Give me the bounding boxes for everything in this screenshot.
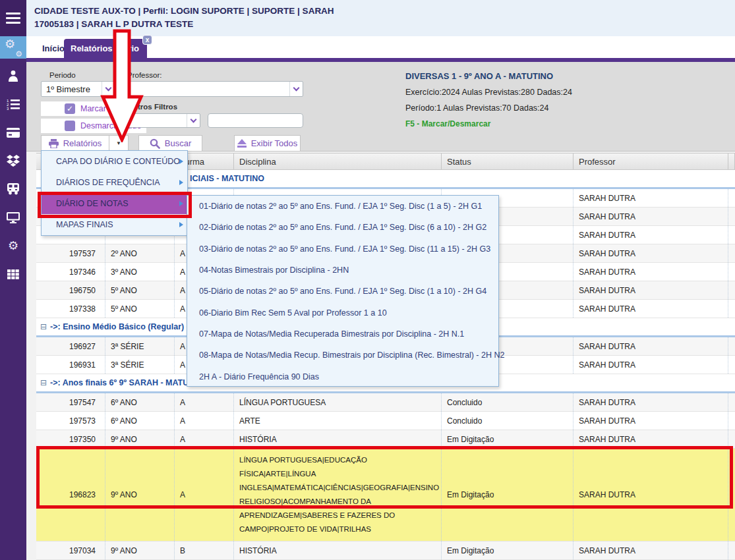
menu-item-mapas-finais[interactable]: MAPAS FINAIS bbox=[42, 214, 187, 235]
cell-disciplina: HISTÓRIA bbox=[234, 542, 442, 559]
submenu-item-4[interactable]: 04-Notas Bimestrais por Disciplina - 2HN bbox=[187, 260, 498, 281]
professor-select[interactable] bbox=[127, 81, 303, 97]
tab-relatorios[interactable]: Relatórios Diário x bbox=[64, 39, 147, 58]
menu-item-label: DIÁRIOS DE FREQUÊNCIA bbox=[56, 178, 160, 187]
cell-disciplina: ARTE bbox=[234, 412, 442, 430]
cell-extra bbox=[728, 244, 735, 262]
cell-code: 197034 bbox=[36, 542, 105, 559]
chevron-down-icon[interactable] bbox=[289, 82, 303, 96]
monitor-icon[interactable] bbox=[0, 206, 26, 229]
submenu-item-7[interactable]: 07-Mapa de Notas/Media Recuperada Bimest… bbox=[187, 323, 498, 345]
cell-professor: SARAH DUTRA bbox=[573, 281, 728, 299]
collapse-icon[interactable]: ⊟ bbox=[40, 322, 47, 331]
chevron-down-icon[interactable] bbox=[187, 114, 200, 127]
table-row[interactable]: 1975476º ANOALÍNGUA PORTUGUESAConcluidoS… bbox=[36, 393, 735, 412]
collapse-icon[interactable]: ⊟ bbox=[40, 378, 47, 387]
table-row[interactable]: 1975736º ANOAARTEConcluidoSARAH DUTRA bbox=[36, 412, 735, 430]
sidebar-icons: ⚙⚙123⚙ bbox=[0, 36, 26, 285]
person-icon[interactable] bbox=[0, 65, 26, 87]
cell-extra bbox=[728, 281, 735, 299]
outros-filtros-select[interactable] bbox=[127, 113, 200, 128]
cell-professor: SARAH DUTRA bbox=[573, 208, 728, 225]
checkbox-checked-icon[interactable]: ✓ bbox=[65, 103, 75, 114]
submenu-item-1[interactable]: 01-Diário de notas 2º ao 5º ano Ens. Fun… bbox=[187, 196, 498, 217]
header-disciplina[interactable]: Disciplina bbox=[234, 154, 442, 169]
box-icon[interactable] bbox=[0, 150, 26, 172]
numbered-list-icon[interactable]: 123 bbox=[0, 93, 26, 115]
cell-status: Em Digitação bbox=[442, 542, 573, 559]
group-label: ICIAIS - MATUTINO bbox=[190, 174, 264, 183]
cell-extra bbox=[728, 226, 735, 244]
menu-item-di-rio-de-notas[interactable]: DIÁRIO DE NOTAS bbox=[42, 193, 187, 214]
cell-professor: SARAH DUTRA bbox=[573, 356, 728, 374]
relatorios-button[interactable]: Relatórios bbox=[41, 135, 109, 152]
professor-label: Professor: bbox=[127, 71, 162, 79]
cell-ano: 3ª SÉRIE bbox=[105, 337, 175, 355]
cell-extra bbox=[728, 208, 735, 225]
caret-down-icon: ▼ bbox=[116, 140, 121, 146]
outros-filtros-input[interactable] bbox=[208, 113, 303, 128]
cell-ano: 2º ANO bbox=[105, 244, 175, 262]
submenu-item-3[interactable]: 03-Diário de notas 2º ao 5º ano Ens. Fun… bbox=[187, 238, 498, 260]
table-row[interactable]: 1970349º ANOBHISTÓRIAEm DigitaçãoSARAH D… bbox=[36, 542, 735, 560]
submenu-item-2[interactable]: 02-Diário de notas 2º ao 5º ano Ens. Fun… bbox=[187, 217, 498, 238]
periodo-select[interactable]: 1º Bimestre bbox=[41, 81, 115, 97]
menu-item-capa-do-di-rio-e-conte-do[interactable]: CAPA DO DIÁRIO E CONTEÚDO bbox=[42, 151, 187, 172]
table-row[interactable]: 1973509º ANOAHISTÓRIAEm DigitaçãoSARAH D… bbox=[36, 430, 735, 449]
submenu-arrow-icon bbox=[179, 180, 183, 185]
header-status[interactable]: Status bbox=[442, 154, 573, 169]
relatorios-dropdown-caret[interactable]: ▼ bbox=[109, 135, 129, 152]
group-label: ->: Ensino Médio Básico (Regular) - I bbox=[50, 322, 194, 331]
tab-close-icon[interactable]: x bbox=[142, 35, 152, 45]
table-row[interactable]: 1968239º ANOALÍNGUA PORTUGUESA|EDUCAÇÃO … bbox=[36, 449, 735, 542]
submenu-item-8[interactable]: 08-Mapa de Notas/Media Recup. Bimestrais… bbox=[187, 345, 498, 366]
submenu-item-6[interactable]: 06-Diario Bim Rec Sem 5 Aval por Profess… bbox=[187, 302, 498, 323]
cell-turma: A bbox=[175, 412, 234, 430]
exibir-todos-button-label: Exibir Todos bbox=[251, 138, 298, 148]
cell-extra bbox=[728, 412, 735, 430]
cell-professor: SARAH DUTRA bbox=[573, 337, 728, 355]
relatorios-dropdown-menu: CAPA DO DIÁRIO E CONTEÚDODIÁRIOS DE FREQ… bbox=[41, 150, 188, 236]
bus-icon[interactable] bbox=[0, 178, 26, 200]
checkbox-icon[interactable] bbox=[65, 121, 75, 131]
cell-professor: SARAH DUTRA bbox=[573, 542, 728, 559]
cell-code: 197573 bbox=[36, 412, 105, 430]
chevron-down-icon[interactable] bbox=[102, 82, 115, 96]
gear-icon[interactable]: ⚙ bbox=[0, 235, 26, 257]
cell-code: 197537 bbox=[36, 244, 105, 262]
cell-code: 197338 bbox=[36, 300, 105, 318]
menu-item-di-rios-de-frequ-ncia[interactable]: DIÁRIOS DE FREQUÊNCIA bbox=[42, 172, 187, 193]
menu-item-label: CAPA DO DIÁRIO E CONTEÚDO bbox=[56, 157, 180, 166]
header-professor[interactable]: Professor bbox=[573, 154, 728, 169]
marcar-tudo-checkbox[interactable]: ✓ Marcar Tudo bbox=[41, 101, 132, 116]
cell-turma: B bbox=[175, 542, 234, 559]
cell-disciplina: HISTÓRIA bbox=[234, 430, 442, 448]
cell-turma: A bbox=[175, 430, 234, 448]
submenu-item-5[interactable]: 05-Diário de notas 2º ao 5º ano Ens. Fun… bbox=[187, 281, 498, 302]
group-label: ->: Anos finais 6º 9º SARAH - MATUT bbox=[50, 378, 194, 387]
eject-icon bbox=[237, 139, 247, 148]
tab-relatorios-label: Relatórios Diário bbox=[71, 43, 139, 53]
grid-icon[interactable] bbox=[0, 263, 26, 285]
cell-status: Concluido bbox=[442, 412, 573, 430]
screen: ⚙⚙123⚙ CIDADE TESTE AUX-TO | Perfil: LOG… bbox=[0, 0, 735, 560]
cell-turma: A bbox=[175, 449, 234, 541]
services-gears-icon[interactable]: ⚙⚙ bbox=[0, 36, 26, 59]
submenu-item-9[interactable]: 2H A - Diário Frequência 90 Dias bbox=[187, 366, 498, 387]
cell-extra bbox=[728, 263, 735, 281]
header-extra bbox=[728, 154, 735, 169]
app-header-line1: CIDADE TESTE AUX-TO | Perfil: LOGIN SUPO… bbox=[34, 5, 735, 18]
sidebar: ⚙⚙123⚙ bbox=[0, 0, 26, 560]
buscar-button[interactable]: Buscar bbox=[138, 135, 202, 152]
periodo-value: 1º Bimestre bbox=[46, 84, 90, 94]
cell-professor: SARAH DUTRA bbox=[573, 412, 728, 430]
svg-text:3: 3 bbox=[7, 107, 9, 110]
cell-ano: 5º ANO bbox=[105, 300, 175, 318]
hamburger-menu-icon[interactable] bbox=[0, 0, 26, 36]
outros-filtros-label: Outros Filtros bbox=[127, 103, 177, 111]
cell-status: Em Digitação bbox=[442, 430, 573, 448]
cell-professor: SARAH DUTRA bbox=[573, 244, 728, 262]
id-card-icon[interactable] bbox=[0, 121, 26, 144]
exibir-todos-button[interactable]: Exibir Todos bbox=[234, 135, 301, 152]
menu-item-label: MAPAS FINAIS bbox=[56, 220, 113, 229]
